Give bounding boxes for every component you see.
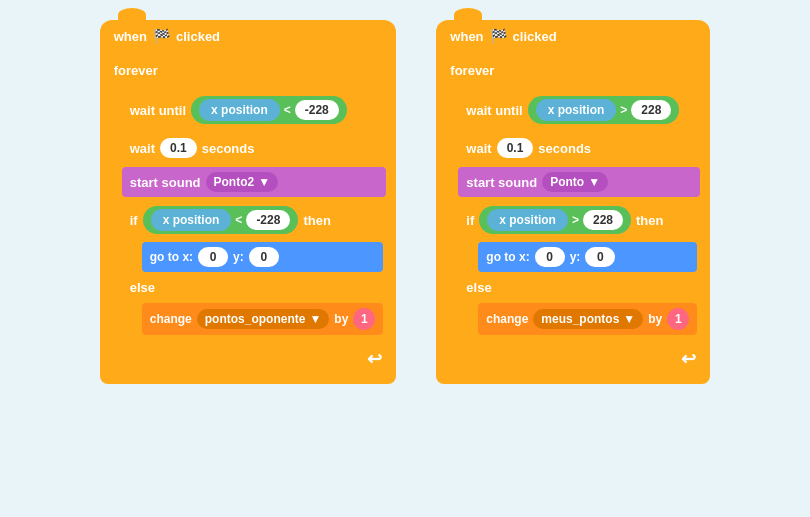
- left-x-val-input[interactable]: 0: [198, 247, 228, 267]
- left-goto-label: go to x:: [150, 250, 193, 264]
- left-wait-until-block[interactable]: wait until x position < -228: [122, 91, 387, 129]
- right-wait-block[interactable]: wait 0.1 seconds: [458, 133, 700, 163]
- right-var-dropdown[interactable]: meus_pontos ▼: [533, 309, 643, 329]
- right-goto-label: go to x:: [486, 250, 529, 264]
- left-wait-label: wait: [130, 141, 155, 156]
- left-change-label: change: [150, 312, 192, 326]
- right-sound-block[interactable]: start sound Ponto ▼: [458, 167, 700, 197]
- left-if-threshold[interactable]: -228: [246, 210, 290, 230]
- left-sound-chevron-icon: ▼: [258, 175, 270, 189]
- right-if-footer: change meus_pontos ▼ by 1: [458, 300, 700, 338]
- right-change-label: change: [486, 312, 528, 326]
- left-clicked-label: clicked: [176, 29, 220, 44]
- right-else-label: else: [458, 275, 700, 300]
- right-threshold-input[interactable]: 228: [631, 100, 671, 120]
- left-seconds-label: seconds: [202, 141, 255, 156]
- right-wait-until-block[interactable]: wait until x position > 228: [458, 91, 700, 129]
- left-var-chevron-icon: ▼: [309, 312, 321, 326]
- right-forever-label-block: forever: [442, 58, 704, 83]
- right-then-label: then: [636, 213, 663, 228]
- right-by-label: by: [648, 312, 662, 326]
- left-x-pos-label: x position: [211, 103, 268, 117]
- right-wait-value-input[interactable]: 0.1: [497, 138, 534, 158]
- left-by-label: by: [334, 312, 348, 326]
- right-inner-blocks: wait until x position > 228 wait 0.1 s: [442, 87, 704, 342]
- right-if-threshold[interactable]: 228: [583, 210, 623, 230]
- left-if-block: if x position < -228 then go to x:: [122, 201, 387, 338]
- left-wait-value-input[interactable]: 0.1: [160, 138, 197, 158]
- right-sound-chevron-icon: ▼: [588, 175, 600, 189]
- left-wait-block[interactable]: wait 0.1 seconds: [122, 133, 387, 163]
- left-var-dropdown[interactable]: pontos_oponente ▼: [197, 309, 330, 329]
- left-then-label: then: [303, 213, 330, 228]
- right-hat-block[interactable]: when 🏁 clicked: [436, 20, 710, 52]
- left-else-label: else: [122, 275, 387, 300]
- left-sound-dropdown[interactable]: Ponto2 ▼: [206, 172, 279, 192]
- right-forever-text: forever: [450, 63, 494, 78]
- left-if-condition: x position < -228: [143, 206, 299, 234]
- left-y-val-input[interactable]: 0: [249, 247, 279, 267]
- right-if-x-pos[interactable]: x position: [487, 209, 568, 231]
- left-y-label: y:: [233, 250, 244, 264]
- right-condition-block: x position > 228: [528, 96, 680, 124]
- left-forever-label-block: forever: [106, 58, 391, 83]
- right-if-body: go to x: 0 y: 0: [458, 239, 700, 275]
- right-script: when 🏁 clicked forever wait until x posi…: [436, 20, 710, 384]
- right-clicked-label: clicked: [513, 29, 557, 44]
- right-if-block: if x position > 228 then go to x:: [458, 201, 700, 338]
- right-x-val-input[interactable]: 0: [535, 247, 565, 267]
- left-wait-until-label: wait until: [130, 103, 186, 118]
- right-y-val-input[interactable]: 0: [585, 247, 615, 267]
- left-sound-block[interactable]: start sound Ponto2 ▼: [122, 167, 387, 197]
- right-wait-until-label: wait until: [466, 103, 522, 118]
- left-if-header[interactable]: if x position < -228 then: [122, 201, 387, 239]
- right-main-container: forever wait until x position > 228 wait: [436, 52, 710, 384]
- left-if-op: <: [235, 213, 242, 227]
- right-x-position-sensing[interactable]: x position: [536, 99, 617, 121]
- right-if-label: if: [466, 213, 474, 228]
- right-sound-dropdown[interactable]: Ponto ▼: [542, 172, 608, 192]
- left-change-block[interactable]: change pontos_oponente ▼ by 1: [142, 303, 384, 335]
- right-by-value[interactable]: 1: [667, 308, 689, 330]
- right-when-label: when: [450, 29, 483, 44]
- right-loop-arrow: ↩: [442, 346, 704, 372]
- left-threshold-input[interactable]: -228: [295, 100, 339, 120]
- left-if-footer: change pontos_oponente ▼ by 1: [122, 300, 387, 338]
- left-inner-blocks: wait until x position < -228 wait 0.1: [106, 87, 391, 342]
- right-sound-label: start sound: [466, 175, 537, 190]
- left-hat-block[interactable]: when 🏁 clicked: [100, 20, 397, 52]
- right-operator-symbol: >: [620, 103, 627, 117]
- right-green-flag-icon: 🏁: [490, 28, 507, 44]
- left-goto-block[interactable]: go to x: 0 y: 0: [142, 242, 384, 272]
- left-sound-label: start sound: [130, 175, 201, 190]
- left-if-body: go to x: 0 y: 0: [122, 239, 387, 275]
- right-goto-block[interactable]: go to x: 0 y: 0: [478, 242, 697, 272]
- left-if-x-pos[interactable]: x position: [151, 209, 232, 231]
- left-operator-symbol: <: [284, 103, 291, 117]
- right-if-condition: x position > 228: [479, 206, 631, 234]
- left-x-position-sensing[interactable]: x position: [199, 99, 280, 121]
- left-forever-text: forever: [114, 63, 158, 78]
- left-by-value[interactable]: 1: [353, 308, 375, 330]
- left-when-label: when: [114, 29, 147, 44]
- left-green-flag-icon: 🏁: [153, 28, 170, 44]
- right-y-label: y:: [570, 250, 581, 264]
- right-if-header[interactable]: if x position > 228 then: [458, 201, 700, 239]
- left-script: when 🏁 clicked forever wait until x posi…: [100, 20, 397, 384]
- left-if-label: if: [130, 213, 138, 228]
- right-change-block[interactable]: change meus_pontos ▼ by 1: [478, 303, 697, 335]
- left-main-container: forever wait until x position < -228: [100, 52, 397, 384]
- right-seconds-label: seconds: [538, 141, 591, 156]
- right-wait-label: wait: [466, 141, 491, 156]
- left-loop-arrow: ↩: [106, 346, 391, 372]
- left-condition-block: x position < -228: [191, 96, 347, 124]
- right-if-op: >: [572, 213, 579, 227]
- right-var-chevron-icon: ▼: [623, 312, 635, 326]
